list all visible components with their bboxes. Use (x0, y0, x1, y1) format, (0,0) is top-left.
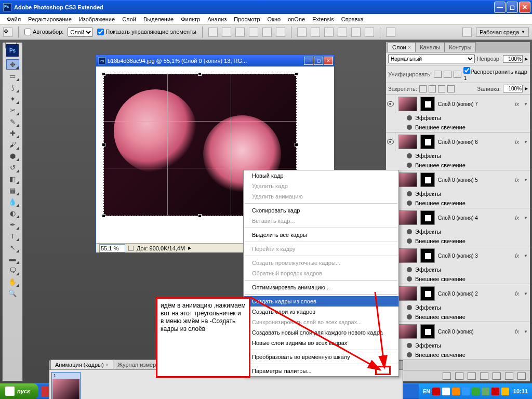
fx-badge[interactable]: fx (515, 177, 519, 183)
eyedropper-tool[interactable]: ✎ (6, 116, 19, 127)
fx-badge[interactable]: fx (515, 101, 519, 107)
fx-badge[interactable]: fx (515, 253, 519, 259)
effect-item[interactable]: Внешнее свечение (386, 123, 530, 132)
menu-окно[interactable]: Окно (264, 15, 285, 23)
gradient-tool[interactable]: ▤ (6, 185, 19, 195)
menu-item[interactable]: Создавать новый слой для каждого нового … (244, 327, 398, 338)
effects-row[interactable]: Эффекты (386, 151, 530, 161)
tab-measurement-log[interactable]: Журнал измер (113, 360, 161, 369)
effects-row[interactable]: Эффекты (386, 227, 530, 236)
effects-row[interactable]: Эффекты (386, 265, 530, 274)
tab-layers[interactable]: Слои× (388, 42, 416, 52)
menu-item[interactable]: Новый кадр (244, 170, 398, 181)
menu-item[interactable]: Создать слои из кадров (244, 307, 398, 317)
type-tool[interactable]: T (6, 231, 19, 241)
tray-icon[interactable] (491, 388, 499, 395)
marquee-tool[interactable]: ▭ (6, 71, 19, 81)
shape-tool[interactable]: ▬ (6, 254, 19, 264)
align-icon[interactable] (262, 28, 272, 37)
doc-minimize-button[interactable]: — (304, 57, 313, 65)
tray-icon[interactable] (442, 388, 450, 395)
fx-badge[interactable]: fx (515, 139, 519, 145)
align-icon[interactable] (222, 28, 231, 37)
fx-badge[interactable]: fx (515, 329, 519, 335)
tray-icon[interactable] (462, 388, 470, 395)
opacity-input[interactable] (503, 55, 523, 63)
menu-анализ[interactable]: Анализ (204, 15, 230, 23)
unify-style-icon[interactable] (454, 71, 461, 78)
crop-tool[interactable]: ✂ (6, 105, 19, 115)
effect-item[interactable]: Внешнее свечение (386, 198, 530, 208)
layer-row[interactable]: Слой 0 (копия) 7fx▼ (386, 95, 530, 113)
blur-tool[interactable]: 💧 (6, 196, 19, 207)
distribute-icon[interactable] (351, 28, 361, 37)
distribute-icon[interactable] (338, 28, 347, 37)
start-button[interactable]: пуск (0, 383, 38, 399)
distribute-icon[interactable] (297, 28, 307, 37)
adjustment-layer-icon[interactable] (480, 373, 488, 380)
auto-align-icon[interactable] (386, 28, 395, 37)
distribute-icon[interactable] (324, 28, 334, 37)
layer-fx-icon[interactable] (455, 373, 463, 380)
pen-tool[interactable]: ✒ (6, 219, 19, 230)
effect-item[interactable]: Внешнее свечение (386, 274, 530, 284)
tray-icon[interactable] (432, 388, 440, 395)
fx-badge[interactable]: fx (515, 291, 519, 297)
effect-item[interactable]: Внешнее свечение (386, 312, 530, 322)
brush-tool[interactable]: 🖌 (6, 139, 19, 150)
effects-row[interactable]: Эффекты (386, 341, 530, 350)
hand-tool[interactable]: ✋ (6, 276, 19, 287)
fx-badge[interactable]: fx (515, 215, 519, 221)
document-titlebar[interactable]: Ps b18b4d38ac94.jpg @ 55,1% (Слой 0 (коп… (96, 55, 334, 66)
effects-row[interactable]: Эффекты (386, 189, 530, 198)
doc-maximize-button[interactable]: ◻ (314, 57, 323, 65)
lasso-tool[interactable]: ⟆ (6, 82, 19, 92)
delete-layer-icon[interactable] (517, 373, 526, 380)
screen-mode-icon[interactable] (462, 28, 472, 37)
menu-item[interactable]: Новые слои видимы во всех кадрах (244, 338, 398, 348)
lock-trans-icon[interactable] (419, 85, 427, 92)
new-layer-icon[interactable] (505, 373, 513, 380)
move-tool[interactable]: ✥ (6, 59, 19, 70)
align-icon[interactable] (235, 28, 245, 37)
menu-изображение[interactable]: Изображение (75, 15, 118, 23)
unify-pos-icon[interactable] (434, 71, 442, 78)
show-controls-checkbox[interactable]: Показать управляющие элементы (97, 29, 196, 36)
notes-tool[interactable]: 🗨 (6, 265, 19, 275)
menu-item[interactable]: Создать кадры из слоев (244, 296, 398, 307)
effects-row[interactable]: Эффекты (386, 303, 530, 312)
lock-pos-icon[interactable] (438, 85, 445, 92)
menu-справка[interactable]: Справка (338, 15, 367, 23)
autoselect-checkbox[interactable]: Автовыбор: (24, 29, 63, 36)
menu-item[interactable]: Оптимизировать анимацию... (244, 282, 398, 292)
menu-просмотр[interactable]: Просмотр (230, 15, 263, 23)
link-layers-icon[interactable] (443, 373, 451, 380)
menu-item[interactable]: Преобразовать во временную шкалу (244, 352, 398, 362)
layer-row[interactable]: Слой 0 (копия) 2fx▼ (386, 284, 530, 303)
tab-animation-frames[interactable]: Анимация (кадры)× (50, 360, 113, 369)
close-button[interactable]: ✕ (519, 2, 530, 13)
align-icon[interactable] (249, 28, 258, 37)
path-select-tool[interactable]: ↖ (6, 242, 19, 252)
layer-row[interactable]: Слой 0 (копия) 5fx▼ (386, 170, 530, 189)
tray-icon[interactable] (501, 388, 509, 395)
align-icon[interactable] (276, 28, 285, 37)
menu-onone[interactable]: onOne (284, 15, 309, 23)
layer-row[interactable]: Слой 0 (копия) 6fx▼ (386, 132, 530, 151)
eraser-tool[interactable]: ◧ (6, 174, 19, 184)
lock-pixels-icon[interactable] (429, 85, 436, 92)
dodge-tool[interactable]: ◐ (6, 208, 19, 218)
workspace-switcher[interactable]: Рабочая среда▼ (476, 28, 529, 37)
tray-icon[interactable] (482, 388, 489, 395)
distribute-icon[interactable] (311, 28, 320, 37)
layer-row[interactable]: Слой 0 (копия) 3fx▼ (386, 246, 530, 265)
maximize-button[interactable]: ◻ (507, 2, 518, 13)
effects-row[interactable]: Эффекты (386, 113, 530, 123)
tab-channels[interactable]: Каналы (415, 42, 445, 52)
layer-mask-icon[interactable] (468, 373, 476, 380)
menu-слой[interactable]: Слой (118, 15, 140, 23)
fill-input[interactable] (503, 85, 523, 92)
autoselect-target[interactable]: Слой (68, 28, 93, 37)
align-icon[interactable] (208, 28, 218, 37)
zoom-field[interactable]: 55,1 % (99, 244, 125, 252)
